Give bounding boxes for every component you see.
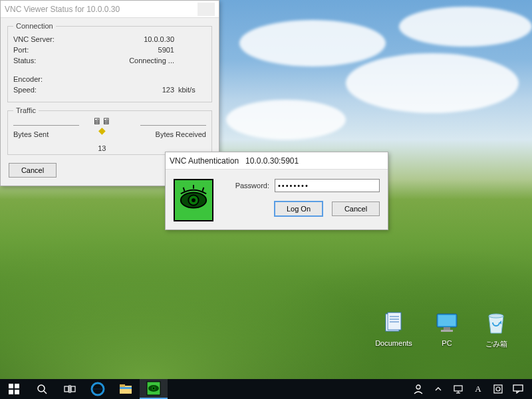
- svg-rect-36: [454, 386, 462, 391]
- taskbar-app-vnc[interactable]: [140, 379, 168, 399]
- logon-button[interactable]: Log On: [275, 201, 323, 216]
- start-button[interactable]: [0, 379, 28, 399]
- encoder-label: Encoder:: [13, 75, 73, 83]
- connection-group: Connection VNC Server: 10.0.0.30 Port: 5…: [7, 22, 212, 102]
- connection-legend: Connection: [13, 22, 56, 30]
- desktop-icon-recycle-bin[interactable]: ごみ箱: [472, 310, 520, 349]
- status-window-title: VNC Viewer Status for 10.0.0.30: [5, 5, 198, 14]
- tray-ime-mode-icon[interactable]: [488, 379, 508, 399]
- pc-icon: [434, 310, 460, 336]
- svg-line-22: [44, 391, 47, 394]
- encoder-value: [73, 75, 174, 83]
- tray-action-center-icon[interactable]: [508, 379, 528, 399]
- svg-rect-19: [9, 390, 13, 394]
- auth-window-title: VNC Authentication 10.0.0.30:5901: [170, 156, 384, 166]
- documents-icon: [380, 310, 407, 336]
- taskbar-app-edge[interactable]: [84, 379, 112, 399]
- status-titlebar[interactable]: VNC Viewer Status for 10.0.0.30: [1, 1, 219, 18]
- desktop-icon-pc[interactable]: PC: [423, 310, 471, 347]
- traffic-legend: Traffic: [13, 106, 39, 114]
- svg-rect-13: [444, 327, 450, 330]
- network-hub-icon: ◆: [98, 125, 106, 136]
- window-button[interactable]: [198, 3, 215, 16]
- server-label: VNC Server:: [13, 35, 73, 43]
- svg-point-35: [416, 385, 420, 389]
- bytes-sent-label: Bytes Sent: [13, 130, 49, 138]
- port-label: Port:: [13, 46, 73, 54]
- svg-rect-41: [513, 385, 523, 391]
- status-label: Status:: [13, 57, 73, 65]
- taskbar: A: [0, 379, 532, 399]
- svg-rect-24: [71, 386, 75, 392]
- bytes-received-label: Bytes Received: [156, 130, 206, 138]
- tray-people-icon[interactable]: [408, 379, 428, 399]
- svg-rect-17: [9, 384, 13, 388]
- tray-ime-letter[interactable]: A: [468, 379, 488, 399]
- svg-rect-7: [388, 313, 401, 330]
- svg-rect-29: [120, 384, 125, 387]
- show-desktop-button[interactable]: [528, 379, 532, 399]
- vnc-auth-dialog: VNC Authentication 10.0.0.30:5901 Passwo…: [165, 152, 388, 230]
- svg-point-34: [153, 388, 154, 389]
- port-value: 5901: [73, 46, 174, 54]
- password-label: Password:: [221, 182, 269, 190]
- tray-overflow-icon[interactable]: [428, 379, 448, 399]
- svg-rect-14: [441, 330, 453, 332]
- svg-rect-20: [15, 390, 19, 394]
- desktop-icon-documents[interactable]: Documents: [370, 310, 418, 347]
- auth-title-target: 10.0.0.30:5901: [245, 156, 299, 166]
- speed-unit: kbit/s: [178, 86, 206, 94]
- password-input[interactable]: [275, 179, 380, 192]
- recycle-bin-icon: [483, 310, 509, 336]
- bytes-sent-value: 13: [75, 144, 128, 152]
- svg-rect-18: [15, 384, 19, 388]
- svg-rect-12: [438, 315, 456, 326]
- auth-cancel-button[interactable]: Cancel: [332, 201, 380, 216]
- task-view-button[interactable]: [56, 379, 84, 399]
- pc-label: PC: [442, 339, 452, 347]
- status-cancel-button[interactable]: Cancel: [9, 163, 57, 178]
- speed-label: Speed:: [13, 86, 73, 94]
- svg-line-3: [184, 188, 185, 192]
- vnc-eye-icon: [174, 179, 213, 221]
- server-value: 10.0.0.30: [73, 35, 174, 43]
- search-button[interactable]: [28, 379, 56, 399]
- status-value: Connecting ...: [73, 57, 174, 65]
- svg-point-40: [496, 387, 500, 391]
- svg-rect-39: [494, 385, 502, 393]
- auth-titlebar[interactable]: VNC Authentication 10.0.0.30:5901: [166, 152, 388, 170]
- svg-line-5: [202, 188, 203, 192]
- traffic-group: Traffic Bytes Sent 🖥🖥 ◆ 13 Bytes Receive…: [7, 106, 212, 155]
- taskbar-app-explorer[interactable]: [112, 379, 140, 399]
- svg-point-15: [489, 314, 503, 318]
- svg-rect-30: [120, 387, 132, 389]
- svg-rect-23: [65, 386, 68, 392]
- svg-point-2: [192, 198, 196, 202]
- speed-value: 123: [73, 86, 174, 94]
- documents-label: Documents: [375, 339, 412, 347]
- auth-title-prefix: VNC Authentication: [170, 156, 239, 166]
- tray-network-icon[interactable]: [448, 379, 468, 399]
- svg-point-21: [38, 385, 45, 392]
- recycle-bin-label: ごみ箱: [485, 340, 507, 348]
